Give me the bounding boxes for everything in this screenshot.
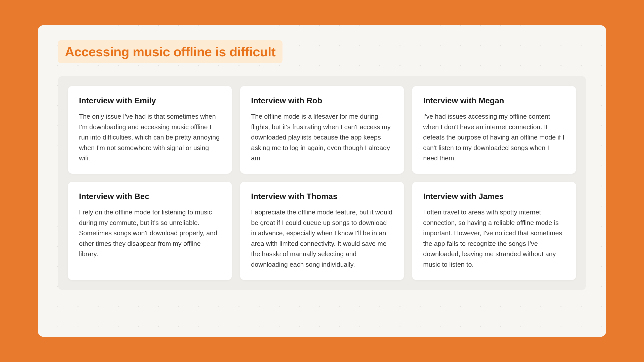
content-area: Accessing music offline is difficult Int… <box>58 40 586 290</box>
interview-body-james: I often travel to areas with spotty inte… <box>423 207 565 270</box>
interview-title-thomas: Interview with Thomas <box>251 192 393 201</box>
cards-container: Interview with EmilyThe only issue I've … <box>58 76 586 290</box>
interview-card-rob: Interview with RobThe offline mode is a … <box>240 86 404 174</box>
interview-card-megan: Interview with MeganI've had issues acce… <box>412 86 576 174</box>
interview-title-megan: Interview with Megan <box>423 96 565 105</box>
interview-title-bec: Interview with Bec <box>79 192 221 201</box>
interview-card-thomas: Interview with ThomasI appreciate the of… <box>240 182 404 280</box>
interview-card-emily: Interview with EmilyThe only issue I've … <box>68 86 232 174</box>
interview-body-rob: The offline mode is a lifesaver for me d… <box>251 111 393 164</box>
interview-body-megan: I've had issues accessing my offline con… <box>423 111 565 164</box>
page-title: Accessing music offline is difficult <box>65 44 275 59</box>
interview-title-james: Interview with James <box>423 192 565 201</box>
title-badge: Accessing music offline is difficult <box>58 40 283 63</box>
interview-card-bec: Interview with BecI rely on the offline … <box>68 182 232 280</box>
cards-grid: Interview with EmilyThe only issue I've … <box>68 86 576 280</box>
interview-body-thomas: I appreciate the offline mode feature, b… <box>251 207 393 270</box>
interview-card-james: Interview with JamesI often travel to ar… <box>412 182 576 280</box>
interview-title-rob: Interview with Rob <box>251 96 393 105</box>
interview-title-emily: Interview with Emily <box>79 96 221 105</box>
interview-body-bec: I rely on the offline mode for listening… <box>79 207 221 259</box>
main-card: Accessing music offline is difficult Int… <box>38 25 606 337</box>
interview-body-emily: The only issue I've had is that sometime… <box>79 111 221 164</box>
